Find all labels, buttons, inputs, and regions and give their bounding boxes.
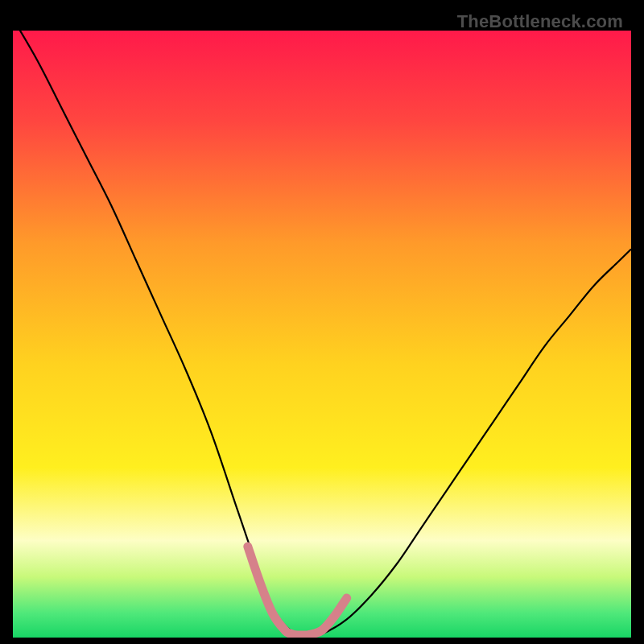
watermark-text: TheBottleneck.com: [457, 11, 623, 32]
chart-svg: [13, 31, 631, 638]
chart-plot-area: [13, 31, 631, 638]
chart-frame: TheBottleneck.com: [6, 6, 638, 638]
chart-background: [13, 31, 631, 638]
